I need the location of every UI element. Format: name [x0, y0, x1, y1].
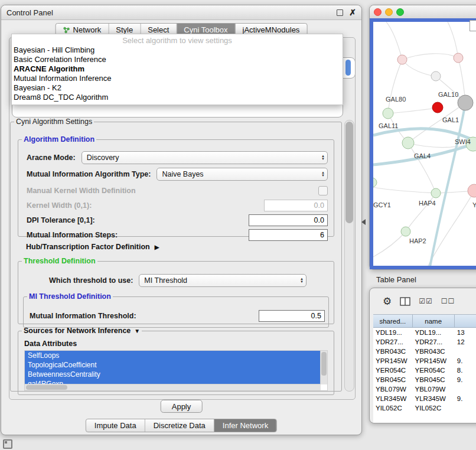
attribute-item-topologicalcoefficient[interactable]: TopologicalCoefficient	[25, 360, 321, 370]
close-traffic-light-icon[interactable]	[374, 8, 382, 16]
kernel-width-input[interactable]	[264, 200, 328, 211]
network-window-titlebar[interactable]	[370, 5, 476, 19]
panel-collapse-arrow-icon[interactable]	[361, 219, 366, 225]
sources-toggle[interactable]: Sources for Network Inference ▼	[22, 327, 142, 335]
table-cell[interactable]: YBL079W	[373, 386, 413, 393]
tab-label: Network	[73, 25, 102, 34]
manual-kernel-row: Manual Kernel Width Definition	[27, 184, 328, 198]
table-cell[interactable]: 9.	[455, 395, 476, 402]
deselect-all-checkboxes-icon[interactable]: ☐☐	[441, 297, 455, 305]
dpi-tolerance-row: DPI Tolerance [0,1]:	[27, 213, 328, 227]
network-edge	[388, 107, 438, 113]
minimize-traffic-light-icon[interactable]	[385, 8, 393, 16]
aracne-mode-select[interactable]: Discovery ▲▼	[81, 151, 328, 164]
scrollbar-thumb[interactable]	[321, 352, 327, 376]
network-canvas[interactable]: GAL80 GAL10 GAL11 GAL1 SWI4 GAL4 GCY1 HA…	[370, 18, 476, 269]
column-header-name[interactable]: name	[413, 315, 455, 327]
attribute-item-selfloops[interactable]: SelfLoops	[25, 351, 321, 360]
table-cell[interactable]: YDL19...	[373, 329, 413, 336]
network-node-red[interactable]	[432, 102, 443, 113]
control-panel-titlebar[interactable]: Control Panel ✗	[1, 5, 361, 20]
table-cell[interactable]: YLR345W	[413, 395, 455, 402]
scrollbar-thumb[interactable]	[26, 385, 67, 390]
table-cell[interactable]: YLR345W	[373, 395, 413, 402]
select-all-checkboxes-icon[interactable]: ☑☑	[419, 297, 433, 305]
network-node[interactable]	[401, 227, 410, 236]
algorithm-definition-group: Algorithm Definition Aracne Mode: Discov…	[18, 135, 334, 237]
table-cell[interactable]: 9.	[455, 357, 476, 364]
network-node[interactable]	[402, 137, 414, 149]
table-cell[interactable]: YER054C	[373, 367, 413, 374]
attribute-list-vscrollbar[interactable]	[320, 351, 327, 384]
table-cell[interactable]: YER054C	[413, 367, 455, 374]
mi-algorithm-type-select[interactable]: Naive Bayes ▲▼	[157, 168, 328, 181]
table-cell[interactable]: 8.	[455, 367, 476, 374]
panel-dock-icon[interactable]	[3, 439, 12, 449]
dropdown-item-aracne-selected[interactable]: ARACNE Algorithm	[12, 64, 343, 74]
table-row: YIL052C YIL052C	[373, 403, 476, 413]
close-window-icon[interactable]: ✗	[349, 8, 356, 17]
network-node-gray[interactable]	[458, 95, 473, 110]
table-cell[interactable]: YBR045C	[373, 376, 413, 383]
network-node[interactable]	[468, 184, 476, 197]
table-cell[interactable]: YDR27...	[413, 338, 455, 345]
which-threshold-select[interactable]: MI Threshold ▲▼	[139, 274, 307, 287]
columns-icon[interactable]	[400, 297, 410, 306]
network-edge	[448, 22, 458, 58]
mi-threshold-input[interactable]	[259, 310, 325, 322]
dropdown-item-bayesian-k2[interactable]: Bayesian - K2	[12, 83, 343, 93]
kernel-width-row: Kernel Width (0,1):	[27, 198, 328, 213]
table-cell[interactable]: YDR27...	[373, 338, 413, 345]
table-cell[interactable]: 9.	[455, 376, 476, 383]
node-label-gal11: GAL11	[379, 122, 398, 129]
table-cell[interactable]: YIL052C	[373, 405, 413, 412]
node-label-hap2: HAP2	[409, 237, 426, 244]
network-node[interactable]	[397, 55, 407, 64]
column-header-partial[interactable]	[455, 315, 476, 327]
dropdown-item-bayesian-hill-climbing[interactable]: Bayesian - Hill Climbing	[12, 45, 343, 55]
gear-icon[interactable]: ⚙	[383, 295, 392, 308]
table-cell[interactable]: YBR043C	[413, 348, 455, 355]
mi-type-row: Mutual Information Algorithm Type: Naive…	[27, 167, 328, 181]
tab-impute-data[interactable]: Impute Data	[86, 419, 145, 432]
mi-threshold-label: Mutual Information Threshold:	[30, 312, 136, 320]
tab-infer-network[interactable]: Infer Network	[214, 419, 276, 432]
settings-vscrollbar[interactable]	[344, 120, 354, 392]
network-edge	[373, 187, 436, 193]
dropdown-item-mutual-information[interactable]: Mutual Information Inference	[12, 74, 343, 83]
table-cell[interactable]: YBL079W	[413, 386, 455, 393]
scrollbar-thumb[interactable]	[345, 122, 353, 223]
network-edge	[386, 22, 402, 60]
dpi-tolerance-input[interactable]	[249, 214, 328, 226]
attribute-list-hscrollbar[interactable]	[25, 384, 321, 390]
network-node[interactable]	[454, 53, 463, 63]
table-cell[interactable]: YPR145W	[413, 357, 455, 364]
tab-discretize-data[interactable]: Discretize Data	[145, 419, 214, 432]
table-cell[interactable]: YIL052C	[413, 405, 455, 412]
table-cell[interactable]: YPR145W	[373, 357, 413, 364]
cyni-bottom-tabbar: Impute Data Discretize Data Infer Networ…	[86, 419, 277, 432]
table-cell[interactable]: 12	[455, 338, 476, 345]
network-edge	[406, 193, 436, 231]
table-cell[interactable]: 13	[455, 329, 476, 336]
attribute-item-betweennesscentrality[interactable]: BetweennessCentrality	[25, 370, 321, 379]
table-cell[interactable]: YBR045C	[413, 376, 455, 383]
table-cell[interactable]: YDL19...	[413, 329, 455, 336]
mi-algorithm-type-label: Mutual Information Algorithm Type:	[27, 170, 151, 178]
dropdown-item-dream8[interactable]: Dream8 DC_TDC Algorithm	[12, 93, 343, 102]
mi-steps-label: Mutual Information Steps:	[27, 231, 118, 239]
network-node[interactable]	[373, 178, 377, 187]
manual-kernel-width-checkbox[interactable]	[318, 186, 328, 195]
hub-definition-toggle[interactable]: Hub/Transcription Factor Definition ▶	[26, 243, 159, 251]
column-header-shared[interactable]: shared...	[373, 315, 413, 327]
float-window-icon[interactable]	[337, 9, 343, 16]
network-node[interactable]	[383, 108, 393, 119]
kernel-width-label: Kernel Width (0,1):	[27, 201, 92, 210]
network-node[interactable]	[431, 188, 441, 198]
mi-steps-input[interactable]	[249, 229, 328, 241]
zoom-traffic-light-icon[interactable]	[396, 8, 404, 16]
network-node[interactable]	[431, 71, 441, 81]
dropdown-item-basic-correlation[interactable]: Basic Correlation Inference	[12, 55, 343, 64]
table-cell[interactable]: YBR043C	[373, 348, 413, 355]
apply-button[interactable]: Apply	[161, 400, 203, 413]
